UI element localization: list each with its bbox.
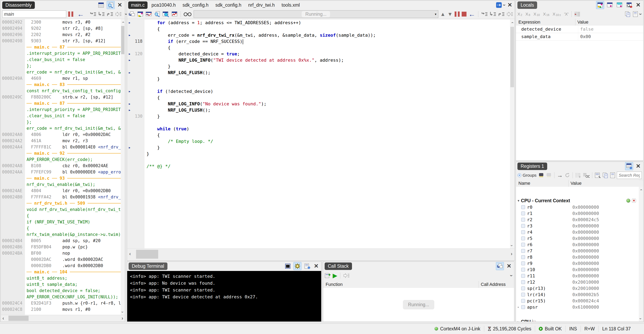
chip-disabled-icon[interactable] (546, 173, 552, 178)
code-line[interactable]: { (127, 26, 510, 32)
trace-window-icon[interactable] (146, 11, 152, 17)
disassembly-line[interactable]: nrfx_twim_enable(&p_instance->u.twim); (1, 231, 125, 238)
disassembly-line[interactable]: err_code = nrf_drv_twi_init(&m_twi, &twi… (1, 125, 125, 132)
clear-x-icon[interactable]: ✕ (533, 320, 536, 322)
register-checkbox[interactable] (521, 205, 525, 209)
statusbar-item[interactable]: Ln 118 Col 37 (598, 326, 634, 331)
register-row[interactable]: lr(r14)0x000002b5 (516, 291, 639, 298)
breakpoints-table-icon[interactable] (137, 11, 144, 17)
disassembly-line[interactable]: err_code = nrf_drv_twi_init(&m_twi, &twi… (1, 69, 125, 75)
chevron-down-icon[interactable]: › (638, 13, 644, 15)
disassembly-line[interactable]: .clear_bus_init = false (1, 113, 125, 119)
run-status-combobox[interactable]: Running... ▾ (194, 10, 438, 18)
scroll-left-icon[interactable]: ‹ (2, 315, 4, 321)
disassembly-line[interactable]: if (NRF_DRV_TWI_USE_TWIM) (1, 219, 125, 225)
groups-dropdown-icon[interactable]: Groups (518, 173, 536, 178)
step-into-icon[interactable] (90, 12, 96, 17)
gutter-cell[interactable]: 118 (127, 38, 144, 45)
grid-arrow-icon[interactable] (574, 12, 580, 17)
code-line[interactable] (127, 157, 510, 163)
scroll-up-icon[interactable]: › (638, 188, 643, 192)
register-row[interactable]: r100x00000000 (516, 266, 639, 273)
terminal-properties-icon[interactable]: 1 (303, 262, 311, 270)
statusbar-item[interactable]: CortexM4 on J-Link (431, 326, 484, 331)
gutter-cell[interactable] (127, 151, 144, 157)
refresh-orb-icon[interactable] (626, 199, 630, 203)
callstack-window-icon[interactable] (496, 262, 504, 270)
radix-button-10[interactable]: X10± (553, 12, 561, 17)
disassembly-hscrollbar[interactable]: ‹ › (1, 315, 125, 321)
scrollbar-thumb[interactable] (136, 250, 158, 259)
profile-table-icon[interactable] (171, 11, 178, 17)
register-checkbox[interactable] (521, 255, 525, 259)
disassembly-line[interactable]: const nrf_drv_twi_config_t twi_config = … (1, 88, 125, 94)
tab-tools-xml[interactable]: tools.xml (279, 2, 303, 9)
refresh-icon[interactable] (564, 172, 570, 178)
disassembly-address-input[interactable] (2, 11, 66, 18)
code-line[interactable]: } (127, 76, 510, 82)
editor-hscrollbar[interactable]: ‹ › (127, 248, 514, 260)
step-over-icon[interactable] (98, 12, 105, 17)
register-row[interactable]: sp(r13)0x20010000 (516, 285, 639, 291)
gutter-cell[interactable]: ▶ (127, 32, 144, 38)
disassembly-line[interactable]: 000024A4F7FFF81Cbl 0x000014E0 <nrf_drv_t… (1, 144, 125, 150)
disassembly-line[interactable]: bool detected_device = false; (1, 288, 125, 294)
pause-icon[interactable] (68, 12, 73, 17)
disassembly-line[interactable]: 0000249A4669mov r1, sp (1, 75, 125, 82)
disassembly-line[interactable]: }; (1, 119, 125, 125)
register-row[interactable]: r120x20010000 (516, 279, 639, 285)
close-icon[interactable]: ✕ (506, 263, 512, 269)
code-line[interactable]: ▶ NRF_LOG_INFO("No device was found."); (127, 101, 510, 107)
register-row[interactable]: pc(r15)0x000024c4 (516, 298, 639, 304)
scrollbar-thumb[interactable] (121, 26, 124, 54)
pause-icon[interactable] (454, 12, 460, 17)
disassembly-line[interactable]: 00002DB0.word 0x00002DB0 (1, 263, 125, 269)
statusbar-item[interactable]: R+W (581, 326, 598, 331)
editor-vscrollbar[interactable]: › › (510, 20, 514, 248)
disassembly-line[interactable]: 0000249CF88D200Cstrb.w r2, [sp, #12] (1, 94, 125, 100)
code-line[interactable]: ▶ for (address = 1; address <= TWI_ADDRE… (127, 20, 510, 26)
disassembly-line[interactable]: 000024949202str r2, [sp, #8] (1, 25, 125, 32)
register-checkbox[interactable] (521, 211, 525, 215)
report-icon[interactable] (610, 172, 615, 178)
disassembly-line[interactable]: ── main.c ── 93 ────────────────────────… (1, 175, 125, 181)
disassembly-line[interactable]: 000024A2461Amov r2, r3 (1, 138, 125, 144)
gutter-cell[interactable] (127, 132, 144, 138)
scroll-down-icon[interactable]: › (639, 317, 643, 321)
statusbar-item[interactable]: 25,195,208 Cycles (484, 326, 535, 331)
memory-search-icon[interactable] (162, 11, 169, 17)
step-over-icon[interactable] (490, 12, 496, 17)
column-value[interactable]: Value (575, 19, 643, 26)
register-row[interactable]: r20x000024c5 (516, 217, 639, 223)
code-line[interactable]: { (127, 95, 510, 101)
tab-sdk_config-h[interactable]: sdk_config.h (212, 2, 244, 9)
code-line[interactable]: { (127, 45, 510, 51)
code-line[interactable]: ▶120 detected_device = true; (127, 51, 510, 57)
radix-button-10[interactable]: X10 (534, 12, 540, 17)
disassembly-line[interactable]: 00002DAC.word 0x00002DAC (1, 256, 125, 263)
gutter-cell[interactable]: ▶ (127, 144, 144, 151)
disassembly-line[interactable]: APP_ERROR_CHECK(NRF_LOG_INIT(NULL)); (1, 294, 125, 300)
statusbar-item[interactable]: Built OK (535, 326, 565, 331)
register-row[interactable]: ▸apsr0x61000000 (516, 304, 639, 310)
register-checkbox[interactable] (521, 224, 525, 228)
code-line[interactable]: ▶ NRF_LOG_FLUSH(); (127, 70, 510, 76)
register-checkbox[interactable] (521, 268, 525, 271)
register-checkbox[interactable] (521, 286, 525, 290)
register-checkbox[interactable] (521, 243, 525, 247)
disassembly-line[interactable]: .interrupt_priority = APP_IRQ_PRIORITY_H… (1, 50, 125, 57)
column-call-address[interactable]: Call Address (479, 281, 514, 288)
disassembly-line[interactable]: ── main.c ── 87 ────────────────────────… (1, 100, 125, 107)
gutter-cell[interactable]: ▶ (127, 20, 144, 26)
statusbar-item[interactable]: INS (566, 326, 580, 331)
disassembly-line[interactable]: { (1, 213, 125, 219)
gutter-cell[interactable]: ▶ (127, 88, 144, 95)
step-out-icon[interactable] (107, 12, 113, 17)
scroll-left-icon[interactable]: ‹ (129, 251, 131, 257)
register-checkbox[interactable] (521, 218, 525, 222)
disassembly-line[interactable]: 000024922300movs r3, #0 (1, 19, 125, 25)
register-row[interactable]: r10x00000000 (516, 210, 639, 217)
expand-icon[interactable]: ▸ (518, 320, 520, 322)
locals-row[interactable]: sample_data0x00 (516, 33, 643, 41)
disassembly-tab[interactable]: Disassembly (2, 2, 35, 9)
